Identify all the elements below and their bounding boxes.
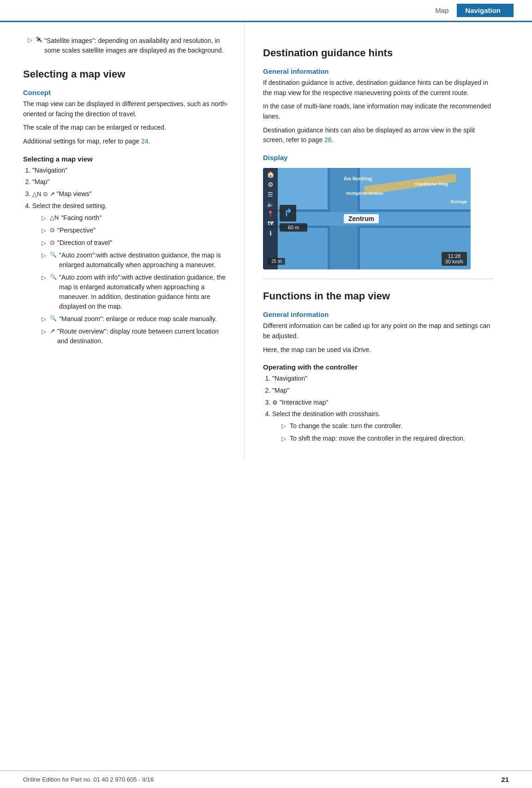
header-nav-label: Navigation bbox=[457, 4, 514, 17]
op-sub-1: ▷ To shift the map: move the controller … bbox=[277, 434, 494, 443]
sub-text-6: "Route overview": display route between … bbox=[57, 327, 230, 346]
op-step-2: "Map" bbox=[272, 386, 494, 396]
selecting-steps-subtitle: Selecting a map view bbox=[23, 155, 230, 163]
step-4-sub-bullets: ▷ △N "Facing north" ▷ ⊙ "Perspective" ▷ … bbox=[37, 213, 230, 346]
functions-title: Functions in the map view bbox=[263, 290, 494, 302]
concept-subtitle: Concept bbox=[23, 89, 230, 96]
general-info-p2: In the case of multi-lane roads, lane in… bbox=[263, 101, 494, 121]
sidebar-zoom-icon: 🗺 bbox=[268, 220, 274, 227]
satellite-icon: 🛰 bbox=[36, 36, 42, 43]
op-step-3-icon: ⚙ bbox=[272, 399, 278, 406]
dest-guidance-title: Destination guidance hints bbox=[263, 47, 494, 59]
functions-p2: Here, the map can be used via iDrive. bbox=[263, 345, 494, 355]
sub-bullet-3: ▷ 🔍 "Auto zoom":with active destination … bbox=[37, 251, 230, 270]
page-header: Map Navigation bbox=[0, 0, 532, 22]
page-footer: Online Edition for Part no. 01 40 2 970 … bbox=[0, 770, 532, 788]
map-time-text: 11:28 bbox=[445, 253, 463, 259]
sub-arrow-3: ▷ bbox=[42, 251, 46, 260]
concept-p3-link[interactable]: 24 bbox=[141, 137, 149, 145]
op-step-4: Select the destination with crosshairs. … bbox=[272, 409, 494, 443]
sub-text-0: "Facing north" bbox=[61, 213, 102, 223]
concept-p3-end: . bbox=[149, 137, 150, 145]
bullet-arrow-icon: ▷ bbox=[28, 36, 32, 43]
map-distance-box: 60 m bbox=[280, 223, 307, 232]
sub-text-4: "Auto zoom with info":with active destin… bbox=[59, 273, 230, 311]
map-label-stuttgarter: Stuttgarter Strasse bbox=[346, 191, 383, 196]
step-4: Select the desired setting. ▷ △N "Facing… bbox=[32, 201, 230, 346]
map-speed-text: 30 km/h bbox=[445, 259, 463, 264]
sub-icon-1: ⊙ bbox=[50, 226, 55, 235]
sub-arrow-2: ▷ bbox=[42, 239, 46, 248]
sub-bullet-5: ▷ 🔍 "Manual zoom": enlarge or reduce map… bbox=[37, 314, 230, 324]
sub-arrow-5: ▷ bbox=[42, 315, 46, 324]
operating-subtitle: Operating with the controller bbox=[263, 363, 494, 371]
step-1: "Navigation" bbox=[32, 166, 230, 176]
sidebar-info-icon: ℹ bbox=[269, 230, 272, 237]
map-sidebar-icons: 🏠 ⚙ ☰ 🔈 📍 🗺 ℹ bbox=[263, 168, 278, 269]
concept-p3-text: Additional settings for map, refer to pa… bbox=[23, 137, 139, 145]
concept-p2: The scale of the map can be enlarged or … bbox=[23, 123, 230, 133]
map-time-box: 11:28 30 km/h bbox=[442, 252, 467, 266]
map-label-domage: Domage bbox=[450, 199, 467, 204]
op-step-3: ⚙ "Interactive map" bbox=[272, 398, 494, 408]
op-sub-text-0: To change the scale: turn the controller… bbox=[290, 421, 402, 431]
op-sub-bullets: ▷ To change the scale: turn the controll… bbox=[277, 421, 494, 443]
section-divider bbox=[263, 279, 494, 279]
sidebar-home-icon: 🏠 bbox=[267, 171, 275, 178]
map-turn-arrow-icon: ↱ bbox=[284, 207, 292, 219]
op-steps-list: "Navigation" "Map" ⚙ "Interactive map" S… bbox=[272, 374, 494, 443]
step-2-text: "Map" bbox=[32, 178, 49, 185]
op-step-1-text: "Navigation" bbox=[272, 375, 307, 382]
sub-bullet-1: ▷ ⊙ "Perspective" bbox=[37, 226, 230, 235]
header-map-label: Map bbox=[435, 6, 448, 14]
display-subtitle: Display bbox=[263, 154, 494, 161]
op-sub-text-1: To shift the map: move the controller in… bbox=[290, 434, 465, 443]
sub-bullet-4: ▷ 🔍 "Auto zoom with info":with active de… bbox=[37, 273, 230, 311]
main-content: ▷ 🛰 "Satellite images": depending on ava… bbox=[0, 22, 532, 461]
left-column: ▷ 🛰 "Satellite images": depending on ava… bbox=[0, 22, 245, 461]
sub-text-5: "Manual zoom": enlarge or reduce map sca… bbox=[59, 314, 217, 324]
map-display: Am Nordring Stuttgarter Strasse Frankfur… bbox=[263, 168, 471, 269]
footer-page: 21 bbox=[501, 776, 509, 783]
step-1-text: "Navigation" bbox=[32, 167, 67, 174]
map-turn-arrow-box: ↱ bbox=[280, 205, 296, 221]
sub-arrow-1: ▷ bbox=[42, 226, 46, 235]
op-step-3-text: "Interactive map" bbox=[280, 399, 329, 406]
step-3: △N ⊙ ↗ "Map views" bbox=[32, 189, 230, 199]
step-3-icon: △N ⊙ ↗ bbox=[32, 191, 55, 197]
steps-list: "Navigation" "Map" △N ⊙ ↗ "Map views" Se… bbox=[32, 166, 230, 346]
general-info-p3: Destination guidance hints can also be d… bbox=[263, 125, 494, 145]
sidebar-volume-icon: 🔈 bbox=[267, 201, 274, 208]
concept-p3: Additional settings for map, refer to pa… bbox=[23, 137, 230, 147]
sub-icon-0: △N bbox=[50, 213, 59, 222]
general-info-p3-link[interactable]: 26 bbox=[324, 136, 332, 143]
sub-bullet-2: ▷ ⊙ "Direction of travel" bbox=[37, 238, 230, 248]
sub-arrow-6: ▷ bbox=[42, 327, 46, 336]
sub-arrow-4: ▷ bbox=[42, 273, 46, 282]
general-info-subtitle: General information bbox=[263, 67, 494, 75]
satellite-bullet: ▷ 🛰 "Satellite images": depending on ava… bbox=[23, 36, 230, 55]
functions-general-subtitle: General information bbox=[263, 310, 494, 318]
sub-bullet-0: ▷ △N "Facing north" bbox=[37, 213, 230, 223]
right-column: Destination guidance hints General infor… bbox=[245, 22, 512, 461]
step-2: "Map" bbox=[32, 177, 230, 187]
general-info-p1: If destination guidance is active, desti… bbox=[263, 78, 494, 98]
footer-text: Online Edition for Part no. 01 40 2 970 … bbox=[23, 776, 154, 783]
op-sub-arrow-0: ▷ bbox=[281, 422, 286, 431]
satellite-text: "Satellite images": depending on availab… bbox=[44, 36, 230, 55]
sub-bullet-6: ▷ ↗ "Route overview": display route betw… bbox=[37, 327, 230, 346]
map-label-frankfurter: Frankfurter Ring bbox=[415, 182, 448, 186]
sidebar-layers-icon: ☰ bbox=[268, 191, 273, 198]
general-info-p3-text: Destination guidance hints can also be d… bbox=[263, 126, 475, 144]
op-sub-arrow-1: ▷ bbox=[281, 434, 286, 443]
general-info-p3-end: . bbox=[332, 136, 334, 143]
op-step-2-text: "Map" bbox=[272, 387, 289, 394]
sub-arrow-0: ▷ bbox=[42, 214, 46, 223]
map-scale-text: 25 m bbox=[271, 259, 281, 264]
map-scale-bar: 25 m bbox=[268, 258, 285, 265]
op-step-4-text: Select the destination with crosshairs. bbox=[272, 410, 380, 418]
op-step-1: "Navigation" bbox=[272, 374, 494, 384]
sub-icon-6: ↗ bbox=[50, 327, 55, 336]
map-zentrum-label: Zentrum bbox=[344, 214, 379, 223]
sidebar-settings-icon: ⚙ bbox=[268, 181, 274, 188]
